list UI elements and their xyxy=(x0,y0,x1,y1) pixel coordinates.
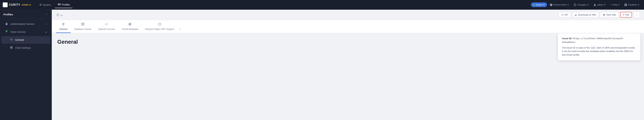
api-icon xyxy=(561,14,564,16)
tab-database-clients[interactable]: Database Clients xyxy=(71,20,95,33)
facilities-chevron: ▾ xyxy=(638,4,639,6)
sidebar-item-general[interactable]: General xyxy=(2,36,50,44)
lock-icon xyxy=(5,22,8,26)
content-body: General Issuer ID: https://localhost:844… xyxy=(52,33,644,120)
token-service-icon xyxy=(5,30,8,34)
tab-openid-connect[interactable]: OpenID Connect xyxy=(95,20,118,33)
svg-point-13 xyxy=(61,15,62,16)
info-button[interactable]: ? Info xyxy=(620,12,632,18)
tab-oauth-metadata-label: OAuth Metadata xyxy=(122,28,138,30)
eye-icon xyxy=(603,14,605,16)
sidebar-menu-button[interactable]: ⋯ xyxy=(45,12,48,16)
nav-system[interactable]: ⚙ System xyxy=(36,2,54,8)
issuer-label: Issuer ID: xyxy=(562,37,572,40)
tab-overflow-button[interactable]: › xyxy=(178,24,182,33)
nav-profiles[interactable]: Profiles xyxy=(55,2,73,8)
help-icon: ? xyxy=(610,4,612,6)
view-xml-label: View XML xyxy=(606,14,616,16)
tab-oauth-icon xyxy=(128,22,132,27)
tab-openid-connect-label: OpenID Connect xyxy=(98,28,115,30)
download-xml-button[interactable]: Download as XML xyxy=(572,12,599,18)
svg-rect-10 xyxy=(10,48,11,48)
svg-rect-11 xyxy=(12,48,12,48)
tab-oauth-metadata[interactable]: OAuth Metadata xyxy=(118,20,142,33)
tabs-bar: General Database Clients xyxy=(52,20,644,33)
issuer-id-line: Issuer ID: https://localhost:8443/oauth/… xyxy=(562,37,636,44)
admin-label: admin xyxy=(597,4,603,6)
admin-icon xyxy=(594,4,596,6)
authentication-chevron-down-icon: ▾ xyxy=(46,23,47,25)
nav-changes[interactable]: Changes ▾ xyxy=(572,2,591,7)
sidebar-item-authentication-service[interactable]: Authentication Service ▾ xyxy=(2,20,50,28)
info-description: The issuer ID is value of the iss claim … xyxy=(562,46,636,57)
nav-profiles-label: Profiles xyxy=(62,3,70,6)
logo-area: CURITY ADMIN UI xyxy=(3,2,31,7)
sidebar-item-client-settings[interactable]: Client Settings xyxy=(2,44,50,52)
facilities-label: Facilities xyxy=(628,4,637,6)
main-layout: Profiles ⋯ Authentication Service ▾ xyxy=(0,10,644,120)
svg-point-18 xyxy=(130,24,130,25)
tab-general-icon xyxy=(62,22,65,27)
sidebar-item-token-service[interactable]: Token Service ▴ xyxy=(2,28,50,36)
help-chevron: ▾ xyxy=(618,4,620,6)
recent-work-chevron: ▾ xyxy=(568,4,569,6)
nav-right-area: Expert ▾ Recent Work ▾ Changes ▾ admin ▾ xyxy=(531,2,641,7)
sidebar: Profiles ⋯ Authentication Service ▾ xyxy=(0,10,52,120)
settings-badge-icon xyxy=(56,13,60,17)
authentication-service-label: Authentication Service xyxy=(10,22,44,26)
expert-status-dot xyxy=(534,4,535,6)
api-button[interactable]: API xyxy=(558,12,571,18)
expert-button[interactable]: Expert ▾ xyxy=(531,2,547,7)
settings-small-icon xyxy=(60,14,62,16)
info-label: Info xyxy=(625,14,629,16)
svg-point-7 xyxy=(11,39,12,40)
nav-facilities[interactable]: Facilities ▾ xyxy=(622,2,641,7)
svg-rect-6 xyxy=(6,24,8,25)
content-header: API Download as XML View XML ? xyxy=(52,10,644,20)
tab-database-clients-label: Database Clients xyxy=(74,28,91,30)
info-desc-text1: The issuer ID is value of the xyxy=(562,46,590,49)
expert-chevron-icon: ▾ xyxy=(544,4,544,6)
info-question-icon: ? xyxy=(623,14,624,16)
svg-point-0 xyxy=(5,4,6,5)
content-area: API Download as XML View XML ? xyxy=(52,10,644,120)
svg-point-15 xyxy=(604,14,604,15)
tab-general[interactable]: General xyxy=(56,20,71,33)
tab-database-icon xyxy=(81,22,84,27)
svg-rect-9 xyxy=(12,46,12,47)
tab-jwt-icon xyxy=(158,22,161,27)
svg-rect-8 xyxy=(10,46,11,47)
admin-chevron: ▾ xyxy=(604,4,606,6)
tab-openid-icon xyxy=(105,22,108,27)
changes-label: Changes xyxy=(578,4,586,6)
curity-logo-icon xyxy=(3,2,8,7)
nav-recent-work[interactable]: Recent Work ▾ xyxy=(548,2,571,7)
client-settings-icon xyxy=(10,46,13,50)
expert-label: Expert xyxy=(536,4,542,6)
help-label: Help xyxy=(613,4,618,6)
more-options-button[interactable]: ⋮ xyxy=(633,12,640,18)
tab-request-object-jwt[interactable]: Request Object JWT Support xyxy=(142,20,178,33)
svg-rect-4 xyxy=(624,5,626,6)
svg-rect-2 xyxy=(624,4,626,5)
nav-system-label: System xyxy=(43,4,51,6)
nav-help[interactable]: ? Help ▾ xyxy=(608,2,622,7)
sidebar-section: Authentication Service ▾ Token Service ▴ xyxy=(0,19,52,53)
changes-chevron: ▾ xyxy=(588,4,588,6)
download-xml-label: Download as XML xyxy=(578,14,596,16)
sidebar-title: Profiles xyxy=(4,13,13,16)
svg-point-12 xyxy=(57,14,58,15)
nav-admin[interactable]: admin ▾ xyxy=(591,2,608,7)
api-label: API xyxy=(564,14,568,16)
iss-code: iss xyxy=(590,46,596,49)
recent-work-label: Recent Work xyxy=(554,4,566,6)
view-xml-button[interactable]: View XML xyxy=(600,12,619,18)
download-icon xyxy=(575,14,577,16)
top-navigation: CURITY ADMIN UI ⚙ System Profiles Expert… xyxy=(0,0,644,10)
page-settings-icon-area xyxy=(56,13,62,17)
tab-request-jwt-label: Request Object JWT Support xyxy=(145,28,174,30)
system-icon: ⚙ xyxy=(39,3,42,6)
token-service-chevron-up-icon: ▴ xyxy=(46,31,47,33)
admin-ui-badge: ADMIN UI xyxy=(22,4,31,6)
profiles-icon xyxy=(58,3,61,6)
